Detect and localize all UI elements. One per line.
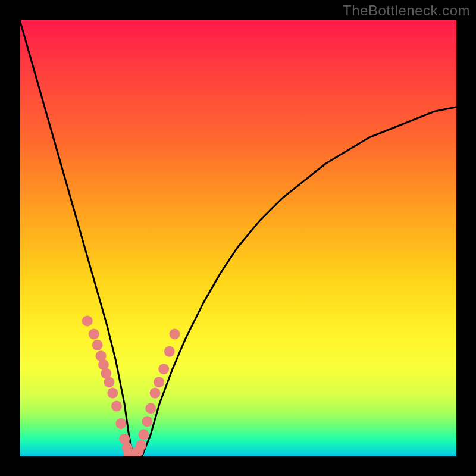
data-marker	[104, 377, 114, 387]
data-marker	[133, 446, 144, 456]
data-marker	[115, 418, 126, 429]
data-marker	[138, 429, 149, 440]
plot-area	[20, 20, 456, 456]
chart-frame: TheBottleneck.com	[0, 0, 476, 476]
data-marker	[92, 340, 103, 350]
data-marker	[82, 315, 93, 326]
curve-group	[20, 20, 456, 456]
bottleneck-curve	[20, 20, 456, 456]
curve-svg	[20, 20, 456, 456]
data-marker	[145, 403, 156, 414]
watermark-text: TheBottleneck.com	[343, 2, 470, 19]
data-marker	[158, 364, 169, 374]
data-marker	[164, 346, 175, 357]
data-marker	[150, 388, 161, 399]
data-marker	[154, 377, 164, 387]
data-marker	[142, 416, 152, 427]
data-marker	[107, 388, 118, 399]
data-marker	[111, 401, 122, 412]
data-marker	[170, 328, 180, 339]
data-marker	[89, 328, 99, 339]
